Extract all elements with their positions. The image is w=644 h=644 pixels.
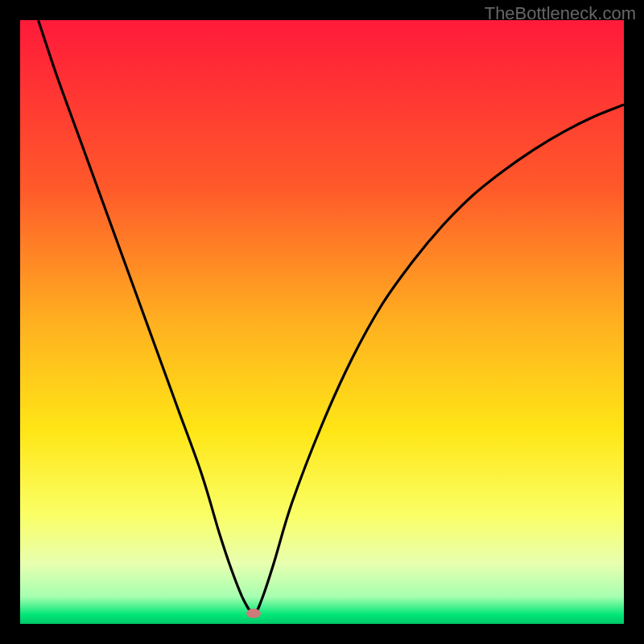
attribution-text: TheBottleneck.com xyxy=(485,3,636,24)
bottleneck-curve xyxy=(20,20,624,624)
chart-container xyxy=(20,20,624,624)
chart-plot-area xyxy=(20,20,624,624)
curve-path xyxy=(39,20,625,613)
optimal-marker xyxy=(246,609,261,618)
